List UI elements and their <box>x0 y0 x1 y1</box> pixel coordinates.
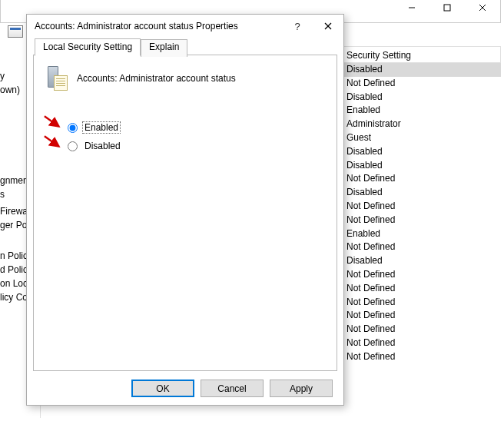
security-setting-column: Security Setting DisabledNot DefinedDisa… <box>342 46 501 418</box>
setting-cell[interactable]: Not Defined <box>342 350 501 364</box>
ok-button[interactable]: OK <box>131 380 194 397</box>
radio-disabled-input[interactable] <box>68 141 78 151</box>
toolbar-properties-icon[interactable] <box>8 25 23 38</box>
tab-panel: Accounts: Administrator account status E… <box>33 55 337 371</box>
setting-cell[interactable]: Not Defined <box>342 240 501 254</box>
radio-enabled-label: Enabled <box>82 121 121 134</box>
column-header-setting[interactable]: Security Setting <box>342 46 501 63</box>
tab-explain[interactable]: Explain <box>141 39 187 57</box>
cancel-button[interactable]: Cancel <box>201 380 264 397</box>
maximize-button[interactable] <box>429 0 465 15</box>
svg-line-7 <box>43 136 61 146</box>
setting-cell[interactable]: Disabled <box>342 254 501 268</box>
setting-cell[interactable]: Enabled <box>342 227 501 241</box>
setting-cell[interactable]: Not Defined <box>342 172 501 186</box>
dialog-body: Local Security Setting Explain Accounts:… <box>33 38 337 371</box>
radio-disabled[interactable]: Disabled <box>68 140 123 152</box>
radio-group: Enabled Disabled <box>68 121 123 158</box>
setting-cell[interactable]: Disabled <box>342 186 501 200</box>
dialog-button-row: OK Cancel Apply <box>131 380 333 397</box>
setting-cell[interactable]: Disabled <box>342 159 501 173</box>
close-button[interactable] <box>465 0 500 15</box>
apply-button[interactable]: Apply <box>270 380 333 397</box>
setting-cell[interactable]: Not Defined <box>342 336 501 350</box>
svg-line-6 <box>43 116 61 126</box>
properties-dialog: Accounts: Administrator account status P… <box>26 14 344 406</box>
minimize-button[interactable] <box>394 0 429 15</box>
setting-cell[interactable]: Not Defined <box>342 77 501 91</box>
setting-cell[interactable]: Not Defined <box>342 268 501 282</box>
dialog-title: Accounts: Administrator account status P… <box>35 21 282 31</box>
setting-cell[interactable]: Not Defined <box>342 282 501 296</box>
dialog-help-button[interactable]: ? <box>282 15 313 37</box>
setting-cell[interactable]: Disabled <box>342 63 501 77</box>
radio-enabled-input[interactable] <box>68 123 78 133</box>
annotation-arrow-icon <box>41 114 66 131</box>
tab-local-security-setting[interactable]: Local Security Setting <box>35 38 141 56</box>
setting-cell[interactable]: Not Defined <box>342 323 501 336</box>
radio-enabled[interactable]: Enabled <box>68 121 123 134</box>
setting-cell[interactable]: Enabled <box>342 104 501 118</box>
setting-cell[interactable]: Not Defined <box>342 214 501 227</box>
annotation-arrow-icon <box>41 134 66 151</box>
setting-cell[interactable]: Not Defined <box>342 309 501 323</box>
policy-header: Accounts: Administrator account status <box>45 66 236 91</box>
dialog-close-button[interactable] <box>313 15 343 37</box>
setting-cell[interactable]: Disabled <box>342 145 501 159</box>
setting-cell[interactable]: Not Defined <box>342 296 501 310</box>
setting-cell[interactable]: Guest <box>342 131 501 145</box>
setting-cell[interactable]: Disabled <box>342 91 501 104</box>
radio-disabled-label: Disabled <box>82 140 123 152</box>
policy-icon <box>45 66 69 91</box>
dialog-tabs: Local Security Setting Explain <box>33 38 337 56</box>
dialog-titlebar[interactable]: Accounts: Administrator account status P… <box>27 15 343 38</box>
setting-cell[interactable]: Not Defined <box>342 200 501 214</box>
policy-name: Accounts: Administrator account status <box>77 73 236 84</box>
setting-cell[interactable]: Administrator <box>342 118 501 131</box>
svg-rect-1 <box>444 5 450 11</box>
